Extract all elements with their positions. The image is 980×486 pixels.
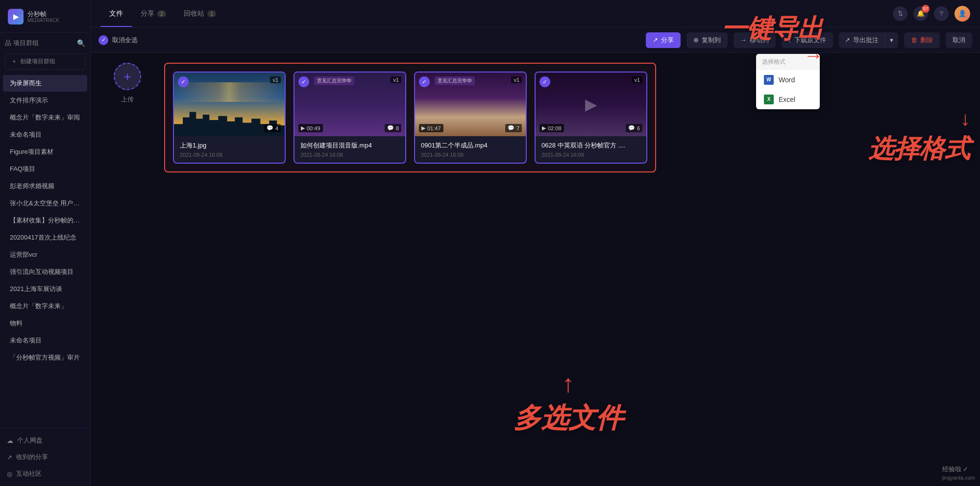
move-button[interactable]: → 移动到	[734, 32, 776, 48]
word-label: Word	[779, 76, 795, 84]
sidebar-item-6[interactable]: 彭老师求婚视频	[3, 178, 87, 194]
sidebar-item-13[interactable]: 概念片「数字未来」	[3, 298, 87, 315]
sidebar-bottom: ☁ 个人网盘 ↗ 收到的分享 ◎ 互动社区	[0, 428, 90, 486]
file-info-3: 0628 中英双语 分秒帧官方 .... 2021-09-24 16:08	[536, 136, 646, 163]
watermark: 经验啦 ✓ jingyanla.com	[942, 465, 975, 481]
avatar[interactable]: 👤	[955, 6, 970, 22]
file-card-0[interactable]: ✓ v1 💬 4 上海1.jpg 2021-09-24 16:08	[173, 72, 286, 164]
word-icon: W	[764, 75, 774, 85]
share-button[interactable]: ↗ 分享	[646, 32, 681, 48]
move-icon: →	[740, 36, 747, 44]
topbar-right: ⇅ 🔔 57 ? 👤	[893, 6, 970, 22]
sidebar-item-7[interactable]: 张小北&太空堡垒 用户案...	[3, 195, 87, 212]
file-check-1: ✓	[298, 76, 309, 87]
copy-icon: ⊕	[693, 36, 699, 44]
sidebar-item-1[interactable]: 文件排序演示	[3, 92, 87, 109]
file-duration-1: ▶ 00:49	[298, 124, 323, 132]
export-format-dropdown: 选择格式 W Word X Excel	[756, 54, 820, 109]
file-version-2: v1	[511, 76, 522, 83]
cancel-button[interactable]: 取消	[946, 32, 972, 48]
community-icon: ◎	[7, 470, 12, 478]
tab-recycle-badge: 1	[207, 10, 216, 17]
sidebar-item-5[interactable]: FAQ项目	[3, 161, 87, 177]
create-group-button[interactable]: ＋ 创建项目群组	[5, 53, 85, 70]
arrow-up-annotation: ↑	[514, 369, 623, 398]
download-button[interactable]: ↓ 下载原文件	[782, 32, 833, 48]
file-thumb-2: ✓ 意见汇总完华华 v1 ▶ 01:47 💬 7	[415, 73, 526, 136]
file-card-3[interactable]: ▶ ✓ v1 ▶ 02:08 💬 6 0	[535, 72, 647, 164]
file-count-0: 💬 4	[264, 124, 281, 132]
sidebar-item-9[interactable]: 20200417首次上线纪念	[3, 229, 87, 246]
file-date-0: 2021-09-24 16:08	[180, 152, 279, 158]
app-name: 分秒帧	[27, 10, 59, 18]
tab-recycle[interactable]: 回收站 1	[175, 0, 225, 27]
content-area: + 上传 ✓ v1 💬	[91, 53, 980, 486]
export-excel-option[interactable]: X Excel	[756, 90, 820, 109]
app-subtitle: MEDIATRACK	[27, 18, 59, 23]
file-info-2: 0901第二个半成品.mp4 2021-09-24 16:08	[415, 136, 526, 163]
tab-share-badge: 2	[157, 10, 166, 17]
notification-button[interactable]: 🔔 57	[913, 6, 928, 21]
file-card-2[interactable]: ✓ 意见汇总完华华 v1 ▶ 01:47 💬 7 0901第二个半	[414, 72, 527, 164]
sidebar-item-0[interactable]: 为录屏而生	[3, 75, 87, 92]
file-version-3: v1	[632, 76, 642, 83]
export-annotations-button[interactable]: ↗ 导出批注	[839, 32, 884, 48]
sort-button[interactable]: ⇅	[893, 6, 907, 21]
sidebar-item-2[interactable]: 概念片「数字未来」审阅	[3, 109, 87, 126]
file-name-3: 0628 中英双语 分秒帧官方 ....	[541, 141, 640, 150]
checkmark-icon: ✓	[98, 35, 108, 45]
cloud-icon: ☁	[7, 437, 13, 444]
delete-button[interactable]: 🗑 删除	[904, 32, 940, 48]
export-word-option[interactable]: W Word	[756, 70, 820, 90]
sidebar-item-8[interactable]: 【素材收集】分秒帧的每...	[3, 212, 87, 229]
file-info-0: 上海1.jpg 2021-09-24 16:08	[174, 136, 285, 163]
upload-card[interactable]: + 上传	[100, 63, 154, 104]
file-name-2: 0901第二个半成品.mp4	[421, 141, 520, 150]
tab-files[interactable]: 文件	[100, 0, 132, 27]
sidebar-item-15[interactable]: 未命名项目	[3, 332, 87, 349]
share-receive-icon: ↗	[7, 454, 12, 461]
search-icon[interactable]: 🔍	[77, 39, 85, 47]
select-all-label: 取消全选	[112, 36, 138, 45]
sidebar-received-shares[interactable]: ↗ 收到的分享	[0, 449, 90, 465]
notification-badge: 57	[922, 5, 930, 13]
select-all-control[interactable]: ✓ 取消全选	[98, 35, 138, 45]
file-version-1: v1	[391, 76, 401, 83]
toolbar-area: ✓ 取消全选 ↗ 分享 ⊕ 复制到 → 移动到 ↓ 下载原文件	[91, 27, 980, 53]
file-date-2: 2021-09-24 16:08	[421, 152, 520, 158]
export-dropdown-toggle[interactable]: ▼	[884, 34, 898, 47]
download-icon: ↓	[788, 36, 792, 44]
logo-area: ▶ 分秒帧 MEDIATRACK	[0, 0, 90, 33]
dropdown-header: 选择格式	[756, 54, 820, 70]
tab-share[interactable]: 分享 2	[132, 0, 175, 27]
file-tag-2: 意见汇总完华华	[435, 76, 475, 85]
file-name-0: 上海1.jpg	[180, 141, 279, 150]
file-count-2: 💬 7	[505, 124, 522, 132]
sidebar-section-title: 品 项目群组	[5, 39, 39, 48]
sidebar-community[interactable]: ◎ 互动社区	[0, 465, 90, 482]
tab-list: 文件 分享 2 回收站 1	[100, 0, 225, 27]
excel-icon: X	[764, 95, 774, 104]
sidebar-item-10[interactable]: 运营部vcr	[3, 246, 87, 263]
copy-button[interactable]: ⊕ 复制到	[686, 32, 728, 48]
sidebar-personal-drive[interactable]: ☁ 个人网盘	[0, 432, 90, 449]
sidebar-item-4[interactable]: Figure项目素材	[3, 144, 87, 160]
file-check-2: ✓	[419, 76, 430, 87]
upload-plus-icon: +	[114, 63, 141, 90]
sidebar-item-14[interactable]: 物料	[3, 315, 87, 332]
help-button[interactable]: ?	[934, 6, 949, 21]
file-check-3: ✓	[539, 76, 550, 87]
file-thumb-0: ✓ v1 💬 4	[174, 73, 285, 136]
trash-icon: 🗑	[911, 36, 917, 44]
file-thumb-3: ▶ ✓ v1 ▶ 02:08 💬 6	[536, 73, 646, 136]
excel-label: Excel	[779, 96, 795, 103]
sidebar-item-11[interactable]: 强引流向互动视频项目	[3, 264, 87, 280]
sidebar-item-12[interactable]: 2021上海车展访谈	[3, 281, 87, 297]
sidebar-item-3[interactable]: 未命名项目	[3, 126, 87, 143]
sidebar-section-header: 品 项目群组 🔍	[0, 33, 90, 50]
file-duration-3: ▶ 02:08	[539, 124, 564, 132]
sidebar: ▶ 分秒帧 MEDIATRACK 品 项目群组 🔍 ＋ 创建项目群组 为录屏而生…	[0, 0, 91, 486]
play-icon-3: ▶	[585, 95, 597, 114]
file-card-1[interactable]: ✓ 意见汇总完华华 v1 ▶ 00:49 💬 8 如何创建项目混音	[294, 72, 406, 164]
sidebar-item-16[interactable]: 「分秒帧官方视频」审片	[3, 349, 87, 366]
